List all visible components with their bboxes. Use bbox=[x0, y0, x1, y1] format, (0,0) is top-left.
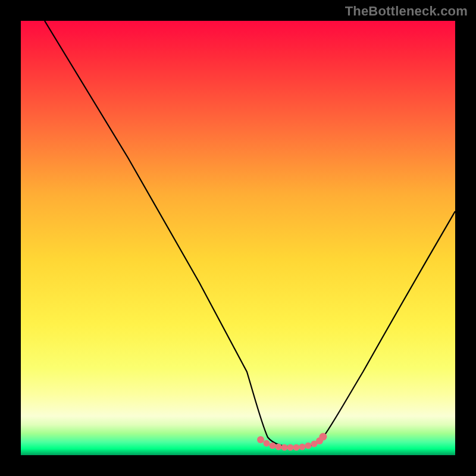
svg-point-8 bbox=[305, 443, 312, 449]
plot-area bbox=[21, 21, 455, 455]
svg-point-11 bbox=[320, 433, 327, 441]
chart-frame: TheBottleneck.com bbox=[0, 0, 476, 476]
svg-point-6 bbox=[293, 444, 300, 451]
svg-point-5 bbox=[287, 444, 294, 451]
svg-point-1 bbox=[264, 440, 270, 447]
svg-point-4 bbox=[281, 444, 288, 451]
watermark-text: TheBottleneck.com bbox=[345, 4, 468, 19]
svg-point-2 bbox=[270, 443, 276, 449]
bottleneck-curve bbox=[45, 21, 455, 447]
svg-point-3 bbox=[275, 444, 282, 450]
svg-point-7 bbox=[299, 444, 306, 450]
svg-point-0 bbox=[257, 436, 264, 443]
curve-layer bbox=[21, 21, 455, 455]
